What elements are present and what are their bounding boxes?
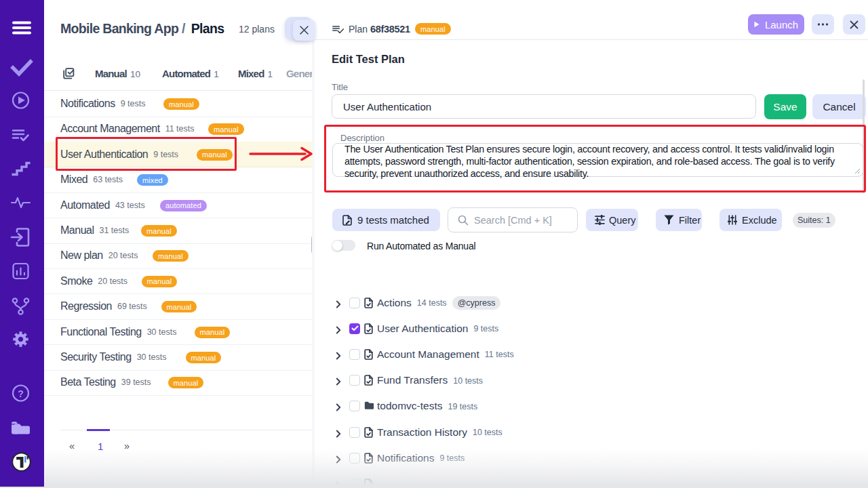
svg-text:?: ?	[18, 388, 24, 399]
